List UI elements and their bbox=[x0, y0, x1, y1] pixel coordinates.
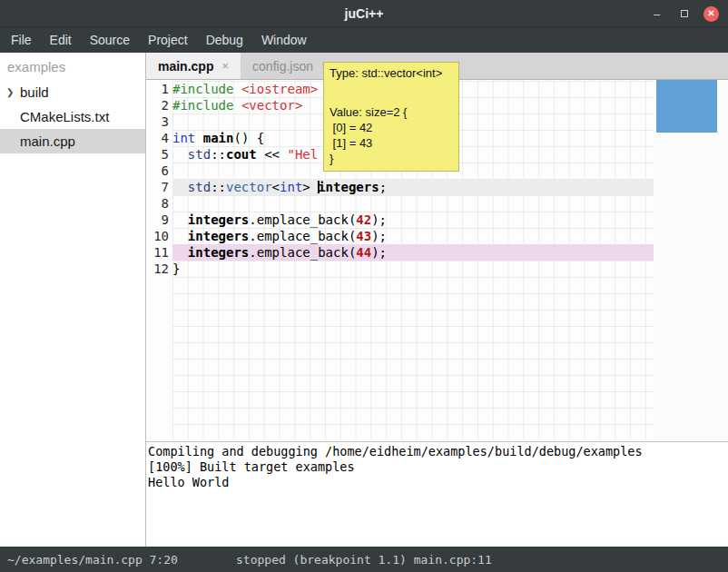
menu-item-project[interactable]: Project bbox=[139, 29, 197, 51]
tooltip-value-line: } bbox=[330, 151, 453, 166]
menu-bar: FileEditSourceProjectDebugWindow bbox=[0, 27, 728, 53]
line-number[interactable]: 11 bbox=[146, 244, 172, 261]
close-button[interactable]: ✕ bbox=[703, 6, 719, 22]
expander-icon[interactable]: ❯ bbox=[6, 87, 14, 97]
terminal-line: Compiling and debugging /home/eidheim/ex… bbox=[148, 444, 728, 459]
status-file-position: ~/examples/main.cpp 7:20 bbox=[7, 553, 178, 567]
tree-item-main-cpp[interactable]: main.cpp bbox=[0, 129, 145, 153]
code-line[interactable]: integers.emplace_back(43); bbox=[172, 228, 654, 244]
tooltip-type-line: Type: std::vector<int> bbox=[330, 65, 453, 81]
menu-item-source[interactable]: Source bbox=[81, 29, 139, 51]
menu-item-file[interactable]: File bbox=[2, 29, 41, 51]
line-number[interactable]: 5 bbox=[146, 146, 172, 163]
line-number[interactable]: 6 bbox=[146, 163, 172, 179]
line-number[interactable]: 2 bbox=[146, 97, 172, 113]
tab-label: main.cpp bbox=[158, 59, 213, 74]
tab-main-cpp[interactable]: main.cpp× bbox=[146, 53, 241, 79]
sidebar: examples ❯buildCMakeLists.txtmain.cpp bbox=[0, 53, 146, 547]
tree-item-cmakelists-txt[interactable]: CMakeLists.txt bbox=[0, 104, 145, 129]
minimap-strip bbox=[654, 80, 728, 441]
line-number[interactable]: 4 bbox=[146, 130, 172, 146]
window-controls: – ✕ bbox=[649, 0, 719, 27]
code-line[interactable]: integers.emplace_back(42); bbox=[172, 212, 654, 228]
menu-item-edit[interactable]: Edit bbox=[41, 29, 81, 51]
line-number[interactable]: 12 bbox=[146, 261, 172, 277]
minimize-button[interactable]: – bbox=[649, 6, 664, 22]
project-name: examples bbox=[0, 53, 145, 80]
menu-item-window[interactable]: Window bbox=[252, 29, 316, 51]
line-number[interactable]: 1 bbox=[146, 81, 172, 97]
terminal-line: [100%] Built target examples bbox=[148, 459, 728, 475]
status-debug-state: stopped (breakpoint 1.1) main.cpp:11 bbox=[236, 553, 492, 567]
terminal-line: Hello World bbox=[148, 475, 728, 490]
title-bar[interactable]: juCi++ – ✕ bbox=[0, 0, 728, 27]
terminal-output[interactable]: Compiling and debugging /home/eidheim/ex… bbox=[146, 441, 728, 547]
line-number[interactable]: 7 bbox=[146, 179, 172, 195]
tree-item-label: build bbox=[20, 84, 49, 100]
debug-value-tooltip: Type: std::vector<int> Value: size=2 { [… bbox=[323, 62, 459, 172]
restore-button[interactable] bbox=[676, 6, 692, 22]
app-window: juCi++ – ✕ FileEditSourceProjectDebugWin… bbox=[0, 0, 728, 572]
line-number[interactable]: 8 bbox=[146, 195, 172, 212]
restore-icon bbox=[681, 10, 688, 17]
code-line[interactable]: integers.emplace_back(44); bbox=[172, 244, 654, 261]
code-line[interactable] bbox=[172, 195, 654, 212]
minimap-slider[interactable] bbox=[656, 80, 717, 133]
line-number-gutter: 123456789101112 bbox=[146, 81, 172, 277]
tooltip-value-block: Value: size=2 { [0] = 42 [1] = 43} bbox=[330, 104, 453, 166]
tooltip-value-line: Value: size=2 { bbox=[330, 104, 453, 120]
menu-item-debug[interactable]: Debug bbox=[197, 29, 252, 51]
tooltip-value-line: [0] = 42 bbox=[330, 120, 453, 135]
line-number[interactable]: 9 bbox=[146, 212, 172, 228]
code-line[interactable]: } bbox=[172, 261, 654, 277]
tree-item-label: CMakeLists.txt bbox=[20, 109, 109, 124]
tooltip-value-line: [1] = 43 bbox=[330, 135, 453, 151]
code-line[interactable]: std::vector<int> integers; bbox=[172, 179, 654, 195]
status-bar: ~/examples/main.cpp 7:20 stopped (breakp… bbox=[0, 547, 728, 572]
file-tree: ❯buildCMakeLists.txtmain.cpp bbox=[0, 80, 145, 153]
tree-item-build[interactable]: ❯build bbox=[0, 80, 145, 104]
tab-close-icon[interactable]: × bbox=[221, 59, 229, 73]
tree-item-label: main.cpp bbox=[20, 133, 75, 149]
tab-label: config.json bbox=[252, 59, 313, 74]
line-number[interactable]: 3 bbox=[146, 113, 172, 130]
window-title: juCi++ bbox=[345, 6, 384, 21]
line-number[interactable]: 10 bbox=[146, 228, 172, 244]
